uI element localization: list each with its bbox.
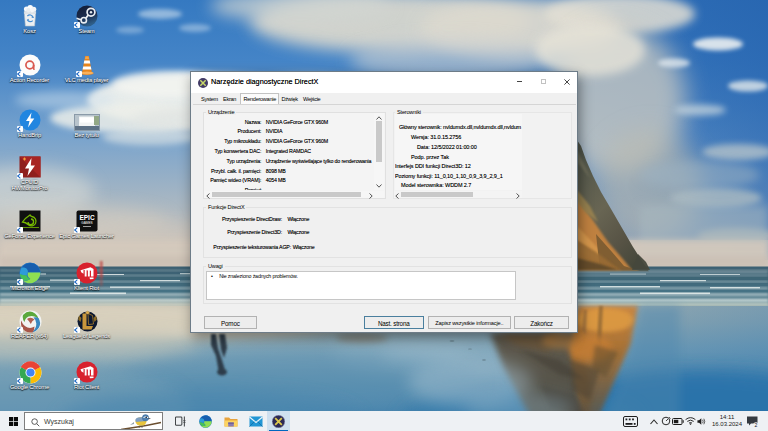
svg-text:EPIC: EPIC — [79, 214, 94, 221]
svg-text:GAMES: GAMES — [81, 221, 93, 225]
svg-text:2: 2 — [755, 422, 758, 428]
